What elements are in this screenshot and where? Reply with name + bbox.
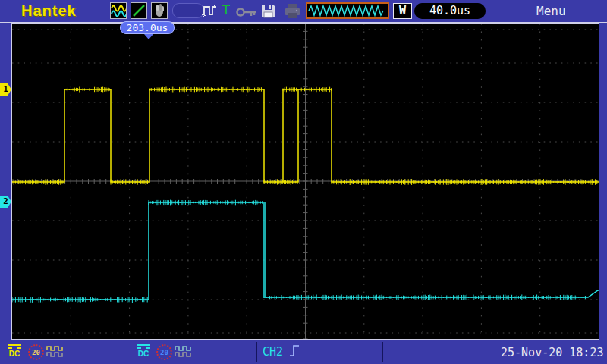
empty-slot <box>172 3 204 18</box>
separator <box>131 342 131 362</box>
top-bar: Hantek T <box>0 0 607 23</box>
trigger-t-icon[interactable]: T <box>222 2 230 18</box>
trigger-position-tag[interactable]: 203.0us <box>120 21 175 34</box>
signal-source-icon[interactable] <box>306 2 389 19</box>
brand-logo: Hantek <box>21 2 77 20</box>
ch1-coupling-icon: DC <box>6 344 23 358</box>
print-icon[interactable] <box>284 3 301 22</box>
oscilloscope-screen: Hantek T <box>0 0 607 364</box>
pulse-icon[interactable] <box>201 4 219 20</box>
line-icon <box>131 3 146 18</box>
save-icon[interactable] <box>260 3 277 22</box>
key-icon <box>236 6 257 20</box>
menu-button[interactable]: Menu <box>536 4 566 18</box>
ch1-level-marker[interactable]: 1 <box>0 83 11 96</box>
channels-button[interactable] <box>110 2 127 19</box>
hand-icon <box>152 3 167 18</box>
ch2-bandwidth-badge: 20 <box>156 344 172 360</box>
graticule <box>12 24 599 339</box>
hand-button[interactable] <box>151 2 168 19</box>
channels-icon <box>111 3 126 18</box>
trigger-position-pointer <box>144 34 153 39</box>
separator <box>256 342 257 362</box>
w-button[interactable]: W <box>393 3 412 19</box>
trigger-edge-icon <box>289 344 300 361</box>
ch2-invert-icon <box>175 346 192 361</box>
ch1-bandwidth-badge: 20 <box>28 344 44 360</box>
ch2-coupling-icon: DC <box>135 344 152 358</box>
cursor-line-button[interactable] <box>131 2 147 19</box>
ch2-level-marker[interactable]: 2 <box>0 196 11 208</box>
ch1-invert-icon <box>46 346 64 361</box>
trigger-source-label: CH2 <box>263 345 283 359</box>
datetime-label: 25-Nov-20 18:23 <box>501 346 603 359</box>
separator <box>382 342 383 362</box>
waveform-display <box>11 23 599 340</box>
status-bar: DC 20 2.00V DC 20 2.00V CH2 <box>0 340 607 364</box>
timebase-readout[interactable]: 40.0us <box>414 3 486 19</box>
scope-svg <box>12 24 599 339</box>
